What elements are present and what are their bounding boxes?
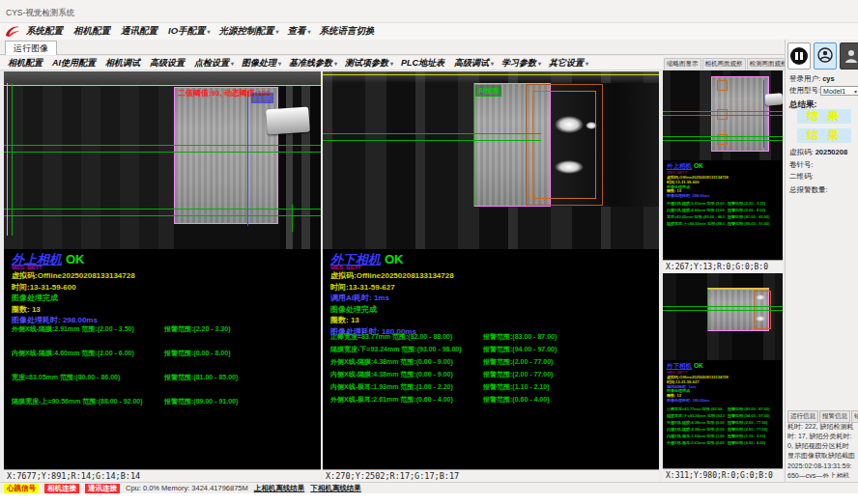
- alarm-range: 报警范围:(89.00 - 91.00): [158, 397, 238, 421]
- info-line: 时间:13-31-59-627: [330, 282, 454, 294]
- user-button[interactable]: [814, 42, 837, 70]
- menu-item-label: IO手配置: [168, 25, 206, 36]
- tab-run-image[interactable]: 运行图像: [5, 41, 57, 55]
- toolbar-item[interactable]: 高级调试▾: [454, 57, 494, 70]
- model-select[interactable]: Model1: [820, 86, 858, 96]
- measurement-value: 宽度=83.05mm 范围:(80.00 - 86.00): [12, 373, 158, 397]
- operator-button[interactable]: [840, 42, 858, 70]
- overlay-line: [4, 152, 321, 153]
- measurement-value: 隔膜宽度-下=93.24mm 范围:(93.00 - 98.00): [330, 345, 477, 357]
- toolbar-item[interactable]: 高级设置: [150, 57, 186, 70]
- result-panel-lower: 外下相机OK MES_BETT 虚拟码:Offline2025020813313…: [323, 249, 659, 469]
- measurement-list: 外侧X线-隔膜:2.91mm 范围:(2.00 - 3.50) 报警范围:(2.…: [12, 324, 317, 421]
- measurement-row: 止棒宽度=83.77mm 范围:(82.00 - 88.00) 报警范围:(83…: [330, 332, 655, 345]
- mini-view-tabs: 缩略图显示 相机画面观察 检测画面观察: [663, 55, 785, 70]
- info-lines: 虚拟码:Offline20250208133134728时间:13-31-59-…: [12, 270, 135, 326]
- measurement-value: 内侧X线-隔膜:4.38mm 范围:(0.00 - 9.00): [330, 370, 477, 382]
- chevron-down-icon: ▾: [276, 29, 279, 35]
- info-lines: 虚拟码:Offline20250208133134728时间:13-31-59-…: [667, 375, 729, 403]
- chevron-down-icon: ▾: [538, 61, 541, 67]
- toolbar-item[interactable]: 其它设置▾: [549, 57, 588, 70]
- measurement-row: 隔膜宽度-上=90.56mm 范围:(88.00 - 92.00) 报警范围:(…: [12, 397, 317, 421]
- menu-item-label: 系统配置: [26, 25, 63, 36]
- result-box-lower: 结 果: [797, 128, 851, 143]
- toolbar-item[interactable]: 学习参数▾: [501, 57, 541, 70]
- camera-image-lower[interactable]: AI检测: [323, 71, 659, 249]
- log-text: 耗时: 222, 缺陷检测耗时: 17, 缺陷分类耗时: 0, 缺陷视图分区耗时…: [787, 422, 855, 478]
- camera-image-upper[interactable]: 二值阈值:93, 动态阈值:100 93.98: [4, 71, 321, 249]
- alarm-range: 报警范围:(2.20 - 3.30): [158, 324, 230, 349]
- gripper-clamp: [266, 106, 310, 134]
- toolbar-item[interactable]: 相机调试: [105, 57, 142, 70]
- overlay-line: [663, 115, 783, 116]
- overlay-line: [323, 140, 541, 141]
- status-badge: OK: [66, 252, 85, 266]
- measure-line: [247, 91, 248, 226]
- info-line: 圈数: 13: [330, 315, 454, 326]
- overlay-line: [663, 310, 783, 311]
- chevron-down-icon: ▾: [208, 29, 211, 35]
- cpu-memory-text: Cpu: 0.0% Memory: 3424.41796875M: [126, 484, 248, 492]
- mini-camera-image-lower[interactable]: [663, 273, 783, 360]
- status-badge: OK: [385, 252, 404, 266]
- measurement-row: 隔膜宽度-下=93.24mm 范围:(93.00 - 98.00) 报警范围:(…: [330, 345, 655, 357]
- toolbar-item-label: 图像处理: [242, 58, 276, 68]
- measurement-value: 隔膜宽度-上=90.56mm 范围:(88.00 - 92.00): [12, 397, 158, 421]
- heartbeat-badge: 心跳信号: [4, 484, 39, 493]
- upper-camera-result-link[interactable]: 上相机离线结果: [254, 484, 305, 493]
- pause-button[interactable]: [787, 42, 811, 70]
- result-box-upper: 结 果: [797, 109, 851, 124]
- menu-item[interactable]: 相机配置: [73, 25, 112, 38]
- mini-view-lower: 外下相机OK MES_BETT 虚拟码:Offline2025020813313…: [663, 273, 783, 482]
- pixel-coordinates-bar: X:311;Y:980;R:0;G:0;B:0: [663, 468, 783, 482]
- window-title: CYS-视觉检测系统: [6, 8, 74, 19]
- menu-item[interactable]: 系统语言切换: [320, 25, 377, 38]
- mini-view-tab[interactable]: 检测画面观察: [747, 58, 790, 70]
- tab-strip: 运行图像: [0, 40, 785, 55]
- measurement-row: 外侧X线-隔膜:4.38mm 范围:(0.00 - 9.00) 报警范围:(2.…: [330, 357, 655, 370]
- menu-item[interactable]: IO手配置▾: [168, 25, 211, 38]
- measurement-row: 内侧X线-极耳:1.93mm 范围:(1.00 - 2.20) 报警范围:(1.…: [330, 382, 655, 395]
- virtual-code-label: 虚拟码:: [789, 148, 814, 156]
- toolbar-item-label: 学习参数: [501, 58, 536, 68]
- info-lines: 虚拟码:Offline20250208133134728时间:13-31-59-…: [667, 175, 729, 198]
- menu-item[interactable]: 通讯配置: [121, 25, 159, 38]
- toolbar-item[interactable]: PLC地址表: [401, 57, 446, 70]
- toolbar-item-label: 相机配置: [8, 58, 43, 68]
- measurement-value: 外侧X线-隔膜:4.38mm 范围:(0.00 - 9.00): [330, 357, 477, 370]
- overlay-line: [473, 83, 474, 207]
- toolbar-item-label: AI使用配置: [52, 58, 96, 68]
- lower-camera-result-link[interactable]: 下相机离线结果: [310, 484, 361, 493]
- toolbar-item[interactable]: 点检设置▾: [194, 57, 234, 70]
- alarm-range: 报警范围:(2.00 - 77.00): [477, 357, 553, 370]
- measurement-list: 外侧X线-隔膜:2.91mm 范围:(2.00 - 3.50)报警范围:(2.2…: [667, 201, 782, 228]
- alarm-range: 报警范围:(94.00 - 97.00): [477, 345, 557, 357]
- menu-item[interactable]: 光源控制配置▾: [219, 25, 279, 38]
- result-panel-upper: 外上相机OK MES_BETT 虚拟码:Offline2025020813313…: [4, 249, 321, 469]
- overlay-line: [4, 215, 321, 216]
- measurement-row: 宽度=83.05mm 范围:(80.00 - 86.00) 报警范围:(81.0…: [12, 373, 317, 397]
- toolbar-item[interactable]: 图像处理▾: [242, 57, 281, 70]
- control-buttons: [787, 42, 858, 70]
- measurement-value: 内侧X线-极耳:1.93mm 范围:(1.00 - 2.20): [330, 382, 477, 395]
- width-label: 93.98: [251, 93, 273, 103]
- toolbar-item[interactable]: 相机配置: [8, 57, 44, 70]
- mini-view-tab[interactable]: 相机画面观察: [702, 58, 746, 70]
- ai-status-label: AI检测: [475, 85, 501, 97]
- overlay-line: [323, 133, 541, 134]
- menu-item[interactable]: 系统配置: [26, 25, 65, 38]
- measurement-row: 内侧X线-隔膜:4.38mm 范围:(0.00 - 9.00) 报警范围:(2.…: [330, 370, 655, 382]
- toolbar-item[interactable]: AI使用配置: [52, 57, 98, 70]
- toolbar-item[interactable]: 基准线参数▾: [289, 57, 337, 70]
- menu-item[interactable]: 查看▾: [288, 25, 311, 38]
- overlay-line: [663, 136, 783, 137]
- title-bar: CYS-视觉检测系统: [0, 0, 858, 23]
- chevron-down-icon: ▾: [308, 29, 311, 35]
- info-lines: 虚拟码:Offline20250208133134728时间:13-31-59-…: [330, 270, 454, 338]
- overlay-line: [4, 145, 321, 146]
- mini-view-tab[interactable]: 缩略图显示: [664, 58, 701, 70]
- chevron-down-icon: ▾: [390, 61, 393, 67]
- app-window: CYS-视觉检测系统 系统配置 相机配置 通讯配置 IO手配置▾ 光源控制配置▾…: [0, 0, 858, 504]
- mini-camera-image-upper[interactable]: [663, 70, 783, 160]
- toolbar-item[interactable]: 测试项参数▾: [345, 57, 393, 70]
